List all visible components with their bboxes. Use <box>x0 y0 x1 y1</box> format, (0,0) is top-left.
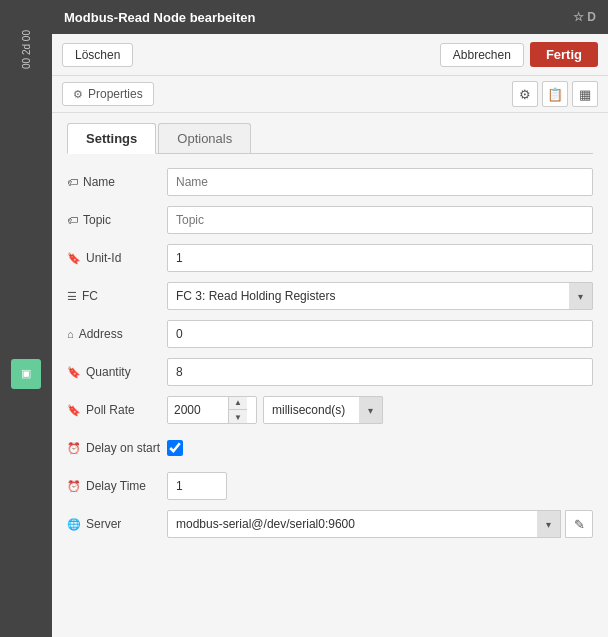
form-container: Settings Optionals 🏷 Name 🏷 Topic 🔖 Unit… <box>52 113 608 637</box>
tag-icon: 🏷 <box>67 176 78 188</box>
loschen-button[interactable]: Löschen <box>62 43 133 67</box>
home-icon: ⌂ <box>67 328 74 340</box>
name-row: 🏷 Name <box>67 168 593 196</box>
spin-buttons: ▲ ▼ <box>228 396 247 424</box>
fc-select[interactable]: FC 1: Read Coil Status FC 2: Read Input … <box>167 282 593 310</box>
server-edit-button[interactable]: ✎ <box>565 510 593 538</box>
tabs-row: Settings Optionals <box>67 123 593 154</box>
delay-on-start-row: ⏰ Delay on start <box>67 434 593 462</box>
fertig-button[interactable]: Fertig <box>530 42 598 67</box>
server-select-wrapper: modbus-serial@/dev/serial0:9600 ▾ <box>167 510 561 538</box>
delay-time-label: ⏰ Delay Time <box>67 479 167 493</box>
name-label: 🏷 Name <box>67 175 167 189</box>
unit-id-row: 🔖 Unit-Id <box>67 244 593 272</box>
poll-rate-controls: ▲ ▼ millisecond(s) second(s) minute(s) ▾ <box>167 396 593 424</box>
bars-icon: ☰ <box>67 290 77 303</box>
delay-time-row: ⏰ Delay Time <box>67 472 593 500</box>
properties-tab-label: Properties <box>88 87 143 101</box>
left-panel: 00 2d 00 ▣ <box>0 0 52 637</box>
bookmark-icon: 🔖 <box>67 252 81 265</box>
unit-id-input[interactable] <box>167 244 593 272</box>
quantity-label: 🔖 Quantity <box>67 365 167 379</box>
node-icon: ▣ <box>11 359 41 389</box>
topic-label: 🏷 Topic <box>67 213 167 227</box>
properties-gear-icon: ⚙ <box>73 88 83 101</box>
quantity-row: 🔖 Quantity <box>67 358 593 386</box>
fc-select-wrapper: FC 1: Read Coil Status FC 2: Read Input … <box>167 282 593 310</box>
name-input[interactable] <box>167 168 593 196</box>
title-bar: Modbus-Read Node bearbeiten ☆ D <box>52 0 608 34</box>
toolbar: Löschen Abbrechen Fertig <box>52 34 608 76</box>
globe-icon: 🌐 <box>67 518 81 531</box>
server-label: 🌐 Server <box>67 517 167 531</box>
tab-settings[interactable]: Settings <box>67 123 156 154</box>
spin-down-button[interactable]: ▼ <box>229 410 247 424</box>
properties-tab[interactable]: ⚙ Properties <box>62 82 154 106</box>
address-label: ⌂ Address <box>67 327 167 341</box>
quantity-input[interactable] <box>167 358 593 386</box>
poll-bookmark-icon: 🔖 <box>67 404 81 417</box>
spin-up-button[interactable]: ▲ <box>229 396 247 410</box>
props-right-buttons: ⚙ 📋 ▦ <box>512 81 598 107</box>
poll-rate-row: 🔖 Poll Rate ▲ ▼ millisecond(s) second(s)… <box>67 396 593 424</box>
topic-row: 🏷 Topic <box>67 206 593 234</box>
poll-rate-input[interactable] <box>168 399 228 421</box>
abbrechen-button[interactable]: Abbrechen <box>440 43 524 67</box>
server-controls: modbus-serial@/dev/serial0:9600 ▾ ✎ <box>167 510 593 538</box>
toolbar-right: Abbrechen Fertig <box>440 42 598 67</box>
quantity-bookmark-icon: 🔖 <box>67 366 81 379</box>
delay-time-input[interactable] <box>167 472 227 500</box>
clock2-icon: ⏰ <box>67 480 81 493</box>
unit-id-label: 🔖 Unit-Id <box>67 251 167 265</box>
server-select[interactable]: modbus-serial@/dev/serial0:9600 <box>167 510 561 538</box>
topic-tag-icon: 🏷 <box>67 214 78 226</box>
address-input[interactable] <box>167 320 593 348</box>
main-content: Modbus-Read Node bearbeiten ☆ D Löschen … <box>52 0 608 637</box>
fc-row: ☰ FC FC 1: Read Coil Status FC 2: Read I… <box>67 282 593 310</box>
ms-unit-wrapper: millisecond(s) second(s) minute(s) ▾ <box>263 396 383 424</box>
settings-icon-btn[interactable]: ⚙ <box>512 81 538 107</box>
properties-bar: ⚙ Properties ⚙ 📋 ▦ <box>52 76 608 113</box>
tab-optionals[interactable]: Optionals <box>158 123 251 153</box>
doc-icon-btn[interactable]: 📋 <box>542 81 568 107</box>
title-right-label: ☆ D <box>573 10 596 24</box>
delay-on-start-label: ⏰ Delay on start <box>67 441 167 455</box>
poll-rate-label: 🔖 Poll Rate <box>67 403 167 417</box>
delay-on-start-checkbox[interactable] <box>167 440 183 456</box>
topic-input[interactable] <box>167 206 593 234</box>
fc-label: ☰ FC <box>67 289 167 303</box>
address-row: ⌂ Address <box>67 320 593 348</box>
dialog-title: Modbus-Read Node bearbeiten <box>64 10 255 25</box>
server-row: 🌐 Server modbus-serial@/dev/serial0:9600… <box>67 510 593 538</box>
delay-on-start-control <box>167 440 593 456</box>
poll-rate-spinner: ▲ ▼ <box>167 396 257 424</box>
grid-icon-btn[interactable]: ▦ <box>572 81 598 107</box>
node-code-label: 00 2d 00 <box>21 30 32 69</box>
poll-unit-select[interactable]: millisecond(s) second(s) minute(s) <box>263 396 383 424</box>
clock-icon: ⏰ <box>67 442 81 455</box>
